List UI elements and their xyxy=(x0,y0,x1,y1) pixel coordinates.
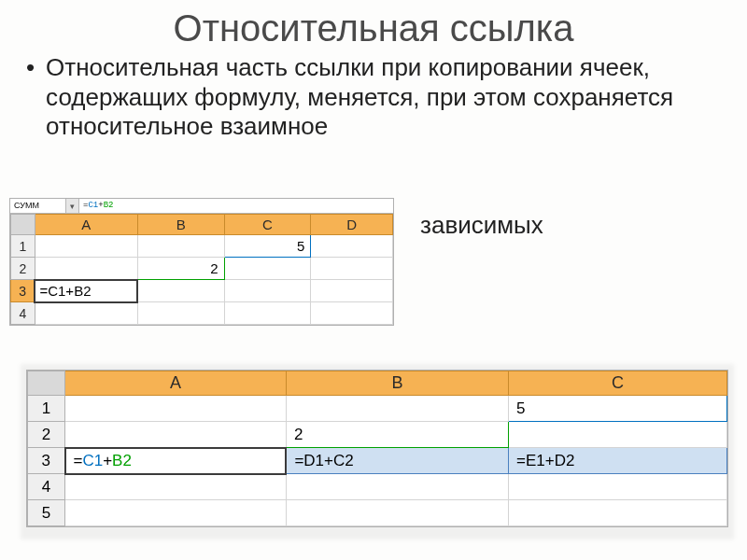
col-header-c[interactable]: C xyxy=(509,371,727,396)
cell-a3[interactable]: =C1+B2 xyxy=(65,448,287,474)
row-header-5[interactable]: 5 xyxy=(28,500,65,526)
cell[interactable] xyxy=(509,474,727,500)
cell[interactable] xyxy=(224,258,311,280)
bullet-text: • Относительная часть ссылки при копиров… xyxy=(26,53,730,142)
row-header-2[interactable]: 2 xyxy=(11,258,35,280)
col-header-d[interactable]: D xyxy=(311,215,393,235)
row-header-3[interactable]: 3 xyxy=(28,448,65,474)
bullet-content: Относительная часть ссылки при копирован… xyxy=(46,53,730,142)
cell-c1[interactable]: 5 xyxy=(509,396,727,422)
col-header-b[interactable]: B xyxy=(286,371,508,396)
cell-c1[interactable]: 5 xyxy=(224,235,311,258)
cell[interactable] xyxy=(509,500,727,526)
cell[interactable] xyxy=(137,280,224,302)
spreadsheet-bottom: A B C 1 5 2 2 3 =C1+B2 =D1+C2 =E1+D2 4 xyxy=(26,370,728,527)
col-header-a[interactable]: A xyxy=(35,215,137,235)
cell[interactable] xyxy=(286,396,508,422)
cell[interactable] xyxy=(65,474,287,500)
cell[interactable] xyxy=(137,235,224,258)
col-header-b[interactable]: B xyxy=(137,215,224,235)
cell[interactable] xyxy=(65,422,287,448)
row-header-2[interactable]: 2 xyxy=(28,422,65,448)
cell[interactable] xyxy=(286,474,508,500)
formula-bar[interactable]: =C1+B2 xyxy=(79,199,393,213)
trailing-word: зависимых xyxy=(420,211,543,240)
row-header-3[interactable]: 3 xyxy=(11,280,35,302)
cell-b3[interactable]: =D1+C2 xyxy=(286,448,508,474)
cell[interactable] xyxy=(509,422,727,448)
cell[interactable] xyxy=(35,302,137,325)
cell[interactable] xyxy=(224,302,311,325)
page-title: Относительная ссылка xyxy=(0,7,747,49)
cell[interactable] xyxy=(224,280,311,302)
cell-b2[interactable]: 2 xyxy=(137,258,224,280)
spreadsheet-top: СУММ ▾ =C1+B2 A B C D 1 5 2 2 3 xyxy=(9,198,394,326)
col-header-a[interactable]: A xyxy=(65,371,287,396)
cell[interactable] xyxy=(65,396,287,422)
cell[interactable] xyxy=(137,302,224,325)
row-header-1[interactable]: 1 xyxy=(28,396,65,422)
cell[interactable] xyxy=(35,258,137,280)
cell[interactable] xyxy=(311,280,393,302)
cell[interactable] xyxy=(35,235,137,258)
cell-b2[interactable]: 2 xyxy=(286,422,508,448)
grid-top[interactable]: A B C D 1 5 2 2 3 =C1+B2 4 xyxy=(10,214,393,325)
name-box[interactable]: СУММ xyxy=(10,199,66,213)
cell-a3-editing[interactable]: =C1+B2 xyxy=(35,280,137,302)
cell[interactable] xyxy=(286,500,508,526)
cell[interactable] xyxy=(65,500,287,526)
formula-bar-row: СУММ ▾ =C1+B2 xyxy=(10,199,393,214)
select-all-corner[interactable] xyxy=(28,371,65,396)
row-header-4[interactable]: 4 xyxy=(28,474,65,500)
row-header-1[interactable]: 1 xyxy=(11,235,35,258)
cell[interactable] xyxy=(311,302,393,325)
select-all-corner[interactable] xyxy=(11,215,35,235)
cell[interactable] xyxy=(311,258,393,280)
bullet-marker: • xyxy=(26,53,35,142)
name-box-dropdown-icon[interactable]: ▾ xyxy=(66,199,79,213)
cell-c3[interactable]: =E1+D2 xyxy=(509,448,727,474)
row-header-4[interactable]: 4 xyxy=(11,302,35,325)
grid-bottom[interactable]: A B C 1 5 2 2 3 =C1+B2 =D1+C2 =E1+D2 4 xyxy=(27,371,727,526)
cell[interactable] xyxy=(311,235,393,258)
col-header-c[interactable]: C xyxy=(224,215,311,235)
